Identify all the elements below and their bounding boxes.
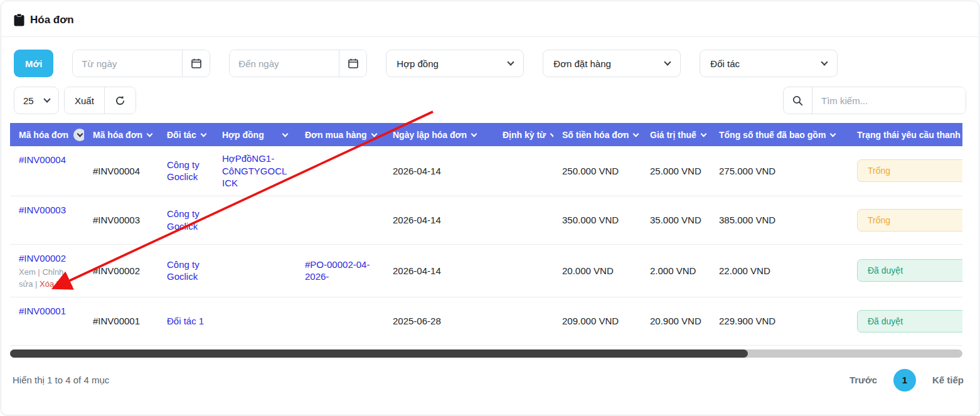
recurring-from-cell [494, 196, 553, 244]
view-action[interactable]: Xem [19, 267, 36, 277]
page-size-value: 25 [23, 95, 34, 106]
purchase-order-cell [296, 146, 384, 196]
table-toolbar: 25 Xuất [1, 77, 979, 123]
delete-action[interactable]: Xóa bỏ [40, 279, 65, 289]
invoice-link[interactable]: #INV00001 [19, 306, 66, 316]
horizontal-scrollbar[interactable] [10, 349, 962, 358]
table-footer: Hiển thị 1 to 4 of 4 mục Trước 1 Kế tiếp [1, 358, 979, 392]
invoice-date-cell: 2026-04-14 [384, 244, 494, 297]
prev-page-button[interactable]: Trước [850, 375, 877, 385]
results-summary: Hiển thị 1 to 4 of 4 mục [13, 375, 109, 385]
amount-cell: 209.000 VND [553, 297, 641, 345]
table-row: #INV00002 Xem | Chỉnh sửa | Xóa bỏ #INV0… [10, 244, 962, 297]
chevron-down-icon [700, 131, 706, 137]
chevron-down-icon [664, 58, 671, 65]
pagination: Trước 1 Kế tiếp [850, 369, 964, 392]
invoice-date-cell: 2026-04-14 [384, 196, 494, 244]
col-header-partner[interactable]: Đối tác [158, 123, 213, 146]
col-header-contract[interactable]: Hợp đồng [213, 123, 296, 146]
invoice-page-card: Hóa đơn Mới Hợp đồng Đơn đặt hàng Đối tá… [1, 1, 979, 415]
refresh-icon [115, 95, 125, 106]
amount-cell: 20.000 VND [553, 244, 641, 297]
total-cell: 385.000 VND [710, 196, 848, 244]
from-date-input[interactable] [73, 50, 182, 77]
purchase-order-cell [296, 297, 384, 345]
partner-link[interactable]: Công ty Goclick [167, 208, 200, 232]
invoice-code-cell: #INV00003 [84, 196, 158, 244]
tax-cell: 20.900 VND [641, 297, 710, 345]
partner-select-value: Đối tác [710, 58, 740, 69]
contract-select[interactable]: Hợp đồng [386, 50, 524, 77]
chevron-down-icon [508, 58, 514, 65]
col-header-invoice-id[interactable]: Mã hóa đơn [10, 123, 84, 146]
new-button[interactable]: Mới [14, 50, 53, 77]
chevron-down-icon [821, 58, 828, 65]
scrollbar-thumb[interactable] [10, 349, 748, 358]
export-group: Xuất [64, 87, 136, 114]
partner-link[interactable]: Công ty Goclick [167, 159, 200, 183]
status-badge: Trống [857, 159, 962, 182]
invoice-code-cell: #INV00004 [84, 146, 158, 196]
invoice-date-cell: 2025-06-28 [384, 297, 494, 345]
amount-cell: 250.000 VND [553, 146, 641, 196]
invoice-link[interactable]: #INV00003 [19, 205, 66, 215]
current-page-button[interactable]: 1 [893, 369, 916, 392]
col-header-tax[interactable]: Giá trị thuế [641, 123, 710, 146]
invoice-table: Mã hóa đơn Mã hóa đơn Đối tác Hợp đồng Đ… [10, 123, 962, 346]
total-cell: 229.900 VND [710, 297, 848, 345]
col-header-invoice-code[interactable]: Mã hóa đơn [84, 123, 158, 146]
chevron-down-icon [147, 131, 153, 137]
partner-select[interactable]: Đối tác [700, 50, 838, 77]
amount-cell: 350.000 VND [553, 196, 641, 244]
to-date-group [229, 50, 367, 77]
chevron-down-icon [550, 131, 553, 137]
status-badge: Trống [857, 209, 962, 232]
invoice-link[interactable]: #INV00002 [19, 253, 66, 264]
chevron-down-icon [471, 131, 477, 137]
filter-bar: Mới Hợp đồng Đơn đặt hàng Đối tác [1, 37, 979, 77]
purchase-order-select-value: Đơn đặt hàng [553, 58, 611, 69]
col-header-invoice-date[interactable]: Ngày lập hóa đơn [384, 123, 494, 146]
row-actions: Xem | Chỉnh sửa | Xóa bỏ [19, 267, 75, 291]
chevron-down-icon [200, 131, 206, 137]
chevron-down-icon [830, 131, 836, 137]
export-button[interactable]: Xuất [65, 87, 104, 114]
col-header-purchase-order[interactable]: Đơn mua hàng [296, 123, 384, 146]
contract-link[interactable]: HợPđồNG1-CôNGTYGOCLICK [222, 153, 287, 188]
page-size-select[interactable]: 25 [14, 87, 59, 114]
invoice-code-cell: #INV00001 [84, 297, 158, 345]
from-date-group [72, 50, 210, 77]
to-date-calendar-icon[interactable] [339, 50, 366, 77]
col-header-amount[interactable]: Số tiền hóa đơn [553, 123, 641, 146]
recurring-from-cell [494, 297, 553, 345]
search-group [783, 87, 966, 114]
chevron-down-icon [633, 131, 639, 137]
table-row: #INV00001 #INV00001 Đối tác 1 2025-06-28… [10, 297, 962, 345]
purchase-order-select[interactable]: Đơn đặt hàng [543, 50, 681, 77]
tax-cell: 35.000 VND [641, 196, 710, 244]
contract-cell [213, 297, 296, 345]
col-header-recurring-from[interactable]: Định kỳ từ [494, 123, 553, 146]
contract-cell [213, 196, 296, 244]
action-separator: | [38, 267, 40, 277]
search-input[interactable] [812, 87, 966, 114]
col-header-payment-status[interactable]: Trạng thái yêu cầu thanh toán [848, 123, 962, 146]
chevron-down-icon [282, 131, 289, 137]
next-page-button[interactable]: Kế tiếp [932, 375, 964, 385]
table-row: #INV00004 #INV00004 Công ty Goclick HợPđ… [10, 146, 962, 196]
partner-link[interactable]: Đối tác 1 [167, 316, 204, 326]
to-date-input[interactable] [230, 50, 339, 77]
from-date-calendar-icon[interactable] [182, 50, 210, 77]
chevron-down-icon [371, 131, 377, 137]
purchase-order-link[interactable]: #PO-00002-04-2026- [305, 259, 370, 282]
contract-cell [213, 244, 296, 297]
refresh-button[interactable] [104, 87, 136, 114]
total-cell: 275.000 VND [710, 146, 848, 196]
col-header-total-with-tax[interactable]: Tổng số thuế đã bao gồm [710, 123, 848, 146]
clipboard-icon [14, 14, 24, 26]
invoice-link[interactable]: #INV00004 [19, 154, 66, 165]
recurring-from-cell [494, 146, 553, 196]
tax-cell: 2.000 VND [641, 244, 710, 297]
sort-icon[interactable] [73, 129, 84, 141]
partner-link[interactable]: Công ty Goclick [167, 259, 200, 282]
